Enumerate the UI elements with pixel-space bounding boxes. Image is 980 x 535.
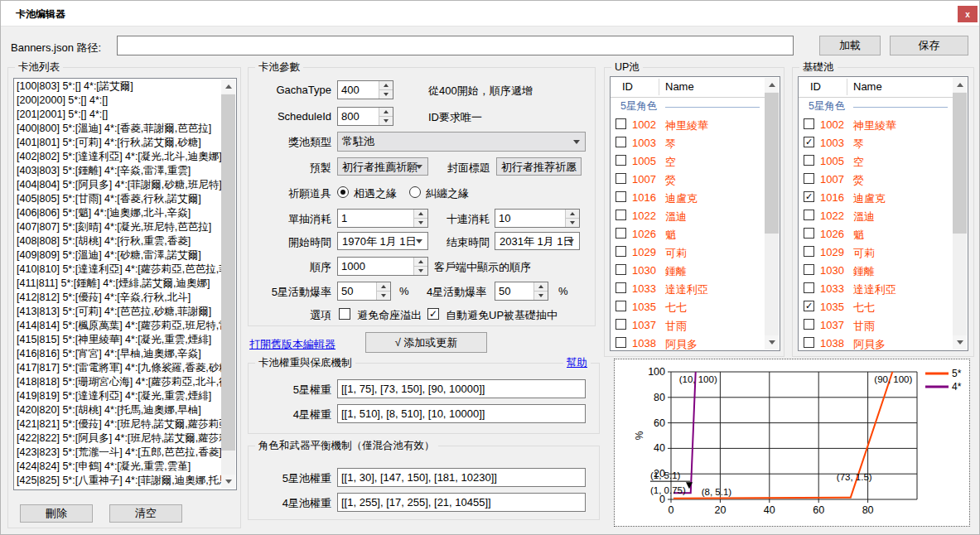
row-checkbox[interactable] [804, 337, 814, 348]
row-checkbox[interactable] [616, 337, 626, 348]
table-row[interactable]: 1005 空 [611, 152, 765, 170]
pool-list-item[interactable]: [401|801] 5*:[可莉] 4*:[行秋,諾艾爾,砂糖] [14, 136, 221, 150]
step-down-icon[interactable] [379, 117, 393, 125]
start-time-picker[interactable]: 1970年 1月 1日 [337, 232, 428, 250]
cover-select[interactable]: 初行者推荐祈愿 [496, 157, 582, 176]
opt-auto-checkbox[interactable]: ✓ [427, 308, 439, 320]
row-checkbox[interactable] [616, 137, 626, 147]
p5-input[interactable]: [[1, 30], [147, 150], [181, 10230]] [337, 468, 586, 487]
pool-list-item[interactable]: [421|821] 5*:[優菈] 4*:[班尼特,諾艾爾,蘿莎莉亞] [14, 417, 221, 431]
pool-list-item[interactable]: [405|805] 5*:[甘雨] 4*:[香菱,行秋,諾艾爾] [14, 192, 221, 206]
scroll-thumb[interactable] [953, 93, 967, 234]
pool-list-item[interactable]: [402|802] 5*:[達達利亞] 4*:[凝光,北斗,迪奧娜] [14, 150, 221, 164]
table-row[interactable]: 1005 空 [799, 152, 953, 170]
table-row[interactable]: 1038 阿貝多 [799, 334, 953, 351]
pool-list-item[interactable]: [422|822] 5*:[阿貝多] 4*:[班尼特,諾艾爾,蘿莎莉亞] [14, 431, 221, 446]
pool-list-item[interactable]: [408|808] 5*:[胡桃] 4*:[行秋,重雲,香菱] [14, 234, 221, 248]
table-row[interactable]: 1022 溫迪 [799, 206, 953, 224]
open-old-editor-link[interactable]: 打開舊版本編輯器 [249, 337, 336, 352]
table-row[interactable]: 1033 達達利亞 [611, 279, 765, 297]
step-up-icon[interactable] [377, 282, 390, 292]
scroll-down-icon[interactable] [953, 335, 967, 349]
scroll-up-icon[interactable] [221, 80, 235, 94]
scroll-up-icon[interactable] [953, 78, 967, 92]
table-row[interactable]: 1007 熒 [611, 170, 765, 188]
step-up-icon[interactable] [379, 81, 393, 90]
row-checkbox[interactable] [804, 246, 814, 257]
row-checkbox[interactable] [616, 155, 626, 166]
row-checkbox[interactable] [616, 191, 626, 202]
w4-input[interactable]: [[1, 510], [8, 510], [10, 10000]] [337, 404, 586, 423]
row-checkbox[interactable] [616, 228, 626, 239]
rate5-stepper[interactable]: 50 [337, 282, 391, 301]
table-row[interactable]: 1026 魈 [799, 224, 953, 243]
pool-list-item[interactable]: [418|818] 5*:[珊瑚宮心海] 4*:[蘿莎莉亞,北斗,行秋] [14, 375, 221, 389]
table-row[interactable]: 1003 琴 [611, 133, 765, 152]
pool-list-scrollbar[interactable] [221, 80, 235, 489]
step-up-icon[interactable] [534, 282, 548, 292]
table-row[interactable]: 1035 七七 [611, 297, 765, 316]
table-row[interactable]: 1037 甘雨 [799, 316, 953, 334]
row-checkbox[interactable] [616, 173, 626, 184]
pool-list-item[interactable]: [407|807] 5*:[刻晴] 4*:[凝光,班尼特,芭芭拉] [14, 220, 221, 234]
radio-intertwined[interactable] [409, 186, 421, 198]
pool-list-item[interactable]: [406|806] 5*:[魈] 4*:[迪奧娜,北斗,辛焱] [14, 206, 221, 220]
save-button[interactable]: 保存 [890, 36, 968, 55]
add-or-update-button[interactable]: √ 添加或更新 [365, 332, 487, 353]
row-checkbox[interactable] [616, 264, 626, 275]
table-row[interactable]: 1022 溫迪 [611, 206, 765, 224]
scroll-down-icon[interactable] [221, 475, 235, 489]
row-checkbox[interactable] [616, 118, 626, 129]
base-pool-scrollbar[interactable] [953, 78, 967, 349]
row-checkbox[interactable] [616, 246, 626, 257]
pool-list-item[interactable]: [403|803] 5*:[鍾離] 4*:[辛焱,雷澤,重雲] [14, 164, 221, 178]
step-down-icon[interactable] [566, 219, 579, 227]
table-row[interactable]: 1002 神里綾華 [611, 115, 765, 133]
row-checkbox[interactable] [616, 210, 626, 220]
pool-type-select[interactable]: 常駐池 [337, 132, 586, 152]
row-checkbox[interactable] [804, 282, 814, 293]
table-row[interactable]: 1038 阿貝多 [611, 334, 765, 351]
scroll-thumb[interactable] [221, 94, 235, 451]
row-checkbox[interactable] [804, 264, 814, 275]
step-up-icon[interactable] [566, 210, 579, 219]
row-checkbox[interactable] [804, 155, 814, 166]
ten-cost-stepper[interactable]: 10 [495, 209, 580, 228]
step-down-icon[interactable] [414, 219, 427, 227]
step-up-icon[interactable] [414, 210, 427, 219]
order-stepper[interactable]: 1000 [337, 257, 428, 276]
step-down-icon[interactable] [379, 90, 393, 99]
preset-select[interactable]: 初行者推薦祈願 [337, 157, 428, 176]
table-row[interactable]: 1030 鍾離 [799, 261, 953, 279]
pool-list-item[interactable]: [417|817] 5*:[雷電將軍] 4*:[九條裟羅,香菱,砂糖] [14, 361, 221, 375]
row-checkbox[interactable] [804, 228, 814, 239]
pool-list-item[interactable]: [201|2001] 5*:[] 4*:[] [14, 108, 221, 122]
radio-encounter[interactable] [337, 186, 349, 198]
pool-list-item[interactable]: [411|811] 5*:[鍾離] 4*:[煙緋,諾艾爾,迪奧娜] [14, 277, 221, 291]
row-checkbox[interactable] [616, 282, 626, 293]
load-button[interactable]: 加載 [819, 36, 881, 55]
table-row[interactable]: 1026 魈 [611, 224, 765, 243]
pool-list-item[interactable]: [400|800] 5*:[溫迪] 4*:[香菱,菲謝爾,芭芭拉] [14, 122, 221, 136]
clear-button[interactable]: 清空 [109, 504, 182, 523]
table-row[interactable]: 1033 達達利亞 [799, 279, 953, 297]
pool-listbox[interactable]: [100|803] 5*:[] 4*:[諾艾爾][200|2000] 5*:[]… [13, 78, 237, 490]
row-checkbox[interactable]: ✓ [804, 301, 814, 311]
pool-list-item[interactable]: [415|815] 5*:[神里綾華] 4*:[凝光,重雲,煙緋] [14, 333, 221, 347]
opt-overflow-checkbox[interactable] [339, 308, 350, 320]
pool-list-item[interactable]: [200|2000] 5*:[] 4*:[] [14, 94, 221, 108]
delete-button[interactable]: 刪除 [20, 504, 93, 523]
table-row[interactable]: ✓ 1016 迪盧克 [799, 188, 953, 206]
end-time-picker[interactable]: 2031年 1月 1日 [495, 232, 580, 250]
pool-list-item[interactable]: [409|809] 5*:[溫迪] 4*:[砂糖,雷澤,諾艾爾] [14, 248, 221, 263]
pool-list-item[interactable]: [410|810] 5*:[達達利亞] 4*:[蘿莎莉亞,芭芭拉,菲謝爾] [14, 263, 221, 277]
close-icon[interactable]: x [958, 6, 978, 22]
table-row[interactable]: 1030 鍾離 [611, 261, 765, 279]
table-row[interactable]: 1002 神里綾華 [799, 115, 953, 133]
step-down-icon[interactable] [414, 267, 427, 275]
path-input[interactable] [117, 36, 794, 55]
row-checkbox[interactable]: ✓ [804, 191, 814, 202]
table-row[interactable]: 1037 甘雨 [611, 316, 765, 334]
row-checkbox[interactable] [616, 301, 626, 311]
row-checkbox[interactable] [804, 210, 814, 220]
